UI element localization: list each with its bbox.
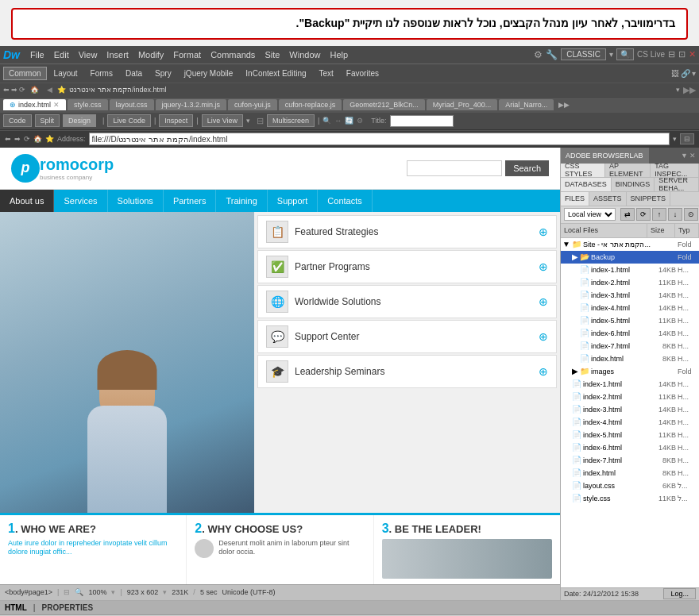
sidebar-item-partner[interactable]: ✅ Partner Programs ⊕ [257, 250, 557, 283]
file-tab-cufon[interactable]: cufon-yui.js [228, 99, 277, 110]
sidebar-item-support[interactable]: 💬 Support Center ⊕ [257, 320, 557, 353]
nav-training[interactable]: Training [216, 190, 267, 212]
root-index7[interactable]: 📄 index-7.html 8KB H... [561, 454, 699, 467]
file-tab-layout[interactable]: layout.css [110, 99, 154, 110]
menu-commands[interactable]: Commands [207, 48, 259, 61]
address-input[interactable] [89, 133, 670, 145]
images-folder[interactable]: ▶ 📁 images Fold [561, 365, 699, 378]
connect-btn[interactable]: ⇄ [620, 208, 635, 221]
ap-element-tab[interactable]: AP ELEMENT [605, 164, 651, 177]
files-toolbar: Local view ⇄ ⟳ ↑ ↓ ⊙ ⊞ [561, 206, 699, 224]
inspect-btn[interactable]: Inspect [159, 114, 193, 127]
live-view-btn[interactable]: Live View [202, 114, 243, 127]
menu-modify[interactable]: Modify [134, 48, 168, 61]
tab-layout[interactable]: Layout [48, 67, 83, 80]
tab-forms[interactable]: Forms [85, 67, 118, 80]
zoom-level: 100% [88, 588, 106, 596]
nav-support[interactable]: Support [268, 190, 319, 212]
tab-spry[interactable]: Spry [149, 67, 177, 80]
root-index3[interactable]: 📄 index-3.html 14KB H... [561, 403, 699, 416]
tab-jquery[interactable]: jQuery Mobile [179, 67, 239, 80]
site-sidebar: 📋 Featured Strategies ⊕ ✅ Partner Progra… [254, 212, 560, 513]
multiscreen-btn[interactable]: Multiscreen [267, 114, 315, 127]
search-input[interactable] [407, 160, 502, 176]
tab-common[interactable]: Common [3, 67, 47, 80]
bindings-tab[interactable]: BINDINGS [612, 178, 655, 191]
nav-partners[interactable]: Partners [164, 190, 217, 212]
file-tab-arial[interactable]: Arial_Narro... [499, 99, 554, 110]
style-css[interactable]: 📄 style.css 11KB ל... [561, 492, 699, 505]
nav-contacts[interactable]: Contacts [318, 190, 372, 212]
root-index4[interactable]: 📄 index-4.html 14KB H... [561, 416, 699, 429]
nav-services[interactable]: Services [54, 190, 107, 212]
tab-favorites[interactable]: Favorites [341, 67, 384, 80]
download-btn[interactable]: ↓ [668, 208, 682, 221]
design-btn[interactable]: Design [63, 114, 96, 127]
logo-sub: business company [40, 174, 114, 181]
databases-tab[interactable]: DATABASES [561, 178, 612, 191]
root-index6[interactable]: 📄 index-6.html 14KB H... [561, 441, 699, 454]
menu-site[interactable]: Site [261, 48, 284, 61]
nav-about[interactable]: About us [0, 190, 54, 212]
sidebar-item-featured[interactable]: 📋 Featured Strategies ⊕ [257, 215, 557, 248]
backup-index3[interactable]: 📄 index-3.html 14KB H... [561, 289, 699, 302]
root-index5[interactable]: 📄 index-5.html 11KB H... [561, 429, 699, 441]
split-btn[interactable]: Split [35, 114, 60, 127]
file-tab-index[interactable]: ⊛ index.html ✕ [3, 99, 66, 110]
search-button[interactable]: Search [505, 160, 549, 176]
menu-view[interactable]: View [75, 48, 102, 61]
file-tab-font1[interactable]: Geometr212_BlkCn... [343, 99, 425, 110]
backup-index2[interactable]: 📄 index-2.html 11KB H... [561, 276, 699, 289]
css-tabs: CSS STYLES AP ELEMENT TAG INSPEC... [561, 164, 699, 178]
refresh-btn[interactable]: ⟳ [636, 208, 651, 221]
code-btn[interactable]: Code [3, 114, 32, 127]
backup-index7[interactable]: 📄 index-7.html 8KB H... [561, 340, 699, 352]
sidebar-item-worldwide[interactable]: 🌐 Worldwide Solutions ⊕ [257, 285, 557, 318]
file-tab-font2[interactable]: Myriad_Pro_400... [427, 99, 498, 110]
sidebar-item-leadership[interactable]: 🎓 Leadership Seminars ⊕ [257, 355, 557, 388]
backup-index1[interactable]: 📄 index-1.html 14KB H... [561, 264, 699, 276]
live-code-btn[interactable]: Live Code [107, 114, 151, 127]
selector-display: <body#page1> [5, 588, 52, 596]
cs-live-label[interactable]: CS Live [637, 50, 665, 59]
logo-text: romocorp [40, 156, 114, 174]
leadership-arrow: ⊕ [539, 365, 548, 378]
site-header: p romocorp business company Search [0, 148, 560, 190]
css-styles-tab[interactable]: CSS STYLES [561, 164, 605, 177]
menu-edit[interactable]: Edit [50, 48, 73, 61]
assets-tab[interactable]: ASSETS [589, 192, 627, 206]
browserlab-tab[interactable]: ADOBE BROWSERLAB [561, 148, 649, 164]
page-title-input[interactable] [390, 115, 454, 127]
menu-window[interactable]: Window [285, 48, 324, 61]
upload-btn[interactable]: ↑ [652, 208, 666, 221]
snippets-tab[interactable]: SNIPPETS [627, 192, 671, 206]
tab-data[interactable]: Data [120, 67, 148, 80]
file-tab-jquery[interactable]: jquery-1.3.2.min.js [156, 99, 227, 110]
file-tab-cufon2[interactable]: cufon-replace.js [279, 99, 342, 110]
file-tab-style[interactable]: style.css [68, 99, 108, 110]
backup-index4[interactable]: 📄 index-4.html 14KB H... [561, 302, 699, 314]
log-btn[interactable]: Log... [663, 588, 696, 599]
tab-text[interactable]: Text [314, 67, 339, 80]
menu-format[interactable]: Format [169, 48, 205, 61]
nav-solutions[interactable]: Solutions [108, 190, 164, 212]
tab-incontext[interactable]: InContext Editing [240, 67, 311, 80]
menu-help[interactable]: Help [326, 48, 352, 61]
menu-file[interactable]: File [26, 48, 48, 61]
backup-index[interactable]: 📄 index.html 8KB H... [561, 352, 699, 365]
backup-index5[interactable]: 📄 index-5.html 11KB H... [561, 314, 699, 327]
classic-badge[interactable]: CLASSIC [561, 48, 606, 60]
local-view-select[interactable]: Local view [564, 208, 616, 221]
menu-insert[interactable]: Insert [102, 48, 133, 61]
site-root-item[interactable]: ▼ 📁 Site - הקמת אתר אי... Fold [561, 238, 699, 251]
layout-css[interactable]: 📄 layout.css 6KB ל... [561, 479, 699, 492]
server-tab[interactable]: SERVER BEHA... [655, 178, 699, 191]
backup-index6[interactable]: 📄 index-6.html 14KB H... [561, 327, 699, 340]
root-index[interactable]: 📄 index.html 8KB H... [561, 467, 699, 479]
root-index2[interactable]: 📄 index-2.html 11KB H... [561, 391, 699, 403]
sync-btn[interactable]: ⊙ [684, 208, 698, 221]
tag-inspect-tab[interactable]: TAG INSPEC... [651, 164, 699, 177]
files-tab[interactable]: FILES [561, 192, 589, 206]
backup-folder[interactable]: ▶ 📂 Backup Fold [561, 251, 699, 264]
root-index1[interactable]: 📄 index-1.html 14KB H... [561, 378, 699, 391]
